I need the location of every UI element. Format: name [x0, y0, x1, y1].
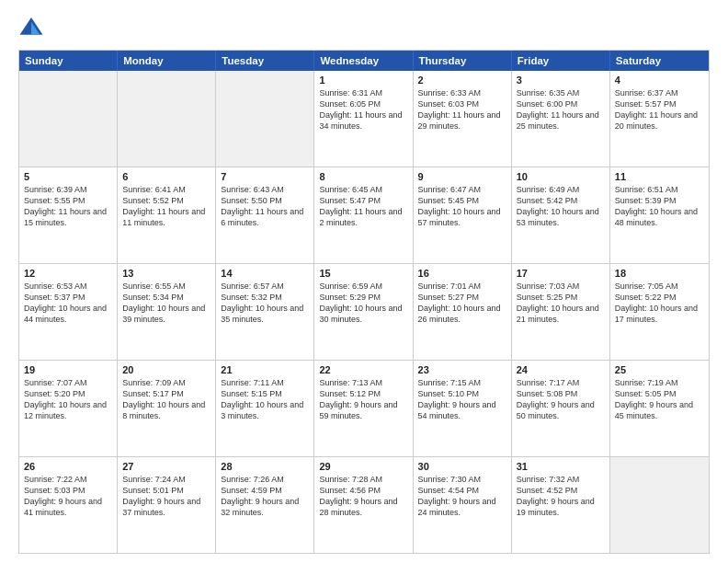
cell-daylight-text: Sunrise: 6:49 AM Sunset: 5:42 PM Dayligh…	[517, 184, 605, 229]
day-number: 18	[615, 268, 704, 279]
day-number: 27	[122, 461, 210, 472]
cell-daylight-text: Sunrise: 7:15 AM Sunset: 5:10 PM Dayligh…	[418, 377, 506, 422]
calendar-cell: 9Sunrise: 6:47 AM Sunset: 5:45 PM Daylig…	[414, 167, 512, 263]
cell-daylight-text: Sunrise: 7:07 AM Sunset: 5:20 PM Dayligh…	[24, 377, 112, 422]
calendar-cell: 25Sunrise: 7:19 AM Sunset: 5:05 PM Dayli…	[610, 361, 709, 456]
logo-icon	[18, 15, 44, 40]
day-number: 24	[517, 364, 605, 375]
day-number: 7	[221, 171, 309, 182]
header-cell-tuesday: Tuesday	[216, 51, 314, 71]
day-number: 16	[418, 268, 506, 279]
calendar-cell	[118, 71, 216, 167]
calendar: SundayMondayTuesdayWednesdayThursdayFrid…	[18, 50, 710, 554]
day-number: 31	[517, 461, 605, 472]
calendar-cell: 7Sunrise: 6:43 AM Sunset: 5:50 PM Daylig…	[216, 167, 314, 263]
cell-daylight-text: Sunrise: 6:51 AM Sunset: 5:39 PM Dayligh…	[615, 184, 704, 229]
cell-daylight-text: Sunrise: 6:37 AM Sunset: 5:57 PM Dayligh…	[615, 87, 704, 132]
day-number: 1	[319, 75, 407, 86]
header-cell-wednesday: Wednesday	[314, 51, 413, 71]
day-number: 2	[418, 75, 506, 86]
cell-daylight-text: Sunrise: 7:28 AM Sunset: 4:56 PM Dayligh…	[319, 474, 407, 519]
cell-daylight-text: Sunrise: 7:17 AM Sunset: 5:08 PM Dayligh…	[517, 377, 605, 422]
calendar-cell: 31Sunrise: 7:32 AM Sunset: 4:52 PM Dayli…	[512, 457, 610, 553]
calendar-cell: 2Sunrise: 6:33 AM Sunset: 6:03 PM Daylig…	[414, 71, 512, 167]
calendar-cell: 19Sunrise: 7:07 AM Sunset: 5:20 PM Dayli…	[19, 361, 118, 456]
calendar-cell: 12Sunrise: 6:53 AM Sunset: 5:37 PM Dayli…	[19, 264, 118, 360]
calendar-row-2: 12Sunrise: 6:53 AM Sunset: 5:37 PM Dayli…	[19, 263, 709, 360]
cell-daylight-text: Sunrise: 6:39 AM Sunset: 5:55 PM Dayligh…	[24, 184, 112, 229]
day-number: 30	[418, 461, 506, 472]
day-number: 3	[517, 75, 605, 86]
day-number: 23	[418, 364, 506, 375]
cell-daylight-text: Sunrise: 7:11 AM Sunset: 5:15 PM Dayligh…	[221, 377, 309, 422]
day-number: 5	[24, 171, 112, 182]
cell-daylight-text: Sunrise: 6:35 AM Sunset: 6:00 PM Dayligh…	[517, 87, 605, 132]
page: SundayMondayTuesdayWednesdayThursdayFrid…	[0, 0, 728, 563]
cell-daylight-text: Sunrise: 7:22 AM Sunset: 5:03 PM Dayligh…	[24, 474, 112, 519]
header-cell-thursday: Thursday	[414, 51, 512, 71]
day-number: 28	[221, 461, 309, 472]
day-number: 17	[517, 268, 605, 279]
calendar-cell: 4Sunrise: 6:37 AM Sunset: 5:57 PM Daylig…	[610, 71, 709, 167]
day-number: 10	[517, 171, 605, 182]
calendar-cell: 30Sunrise: 7:30 AM Sunset: 4:54 PM Dayli…	[414, 457, 512, 553]
day-number: 19	[24, 364, 112, 375]
cell-daylight-text: Sunrise: 7:19 AM Sunset: 5:05 PM Dayligh…	[615, 377, 704, 422]
header	[18, 15, 710, 40]
calendar-cell: 8Sunrise: 6:45 AM Sunset: 5:47 PM Daylig…	[314, 167, 413, 263]
calendar-cell: 28Sunrise: 7:26 AM Sunset: 4:59 PM Dayli…	[216, 457, 314, 553]
cell-daylight-text: Sunrise: 7:01 AM Sunset: 5:27 PM Dayligh…	[418, 281, 506, 326]
cell-daylight-text: Sunrise: 7:26 AM Sunset: 4:59 PM Dayligh…	[221, 474, 309, 519]
cell-daylight-text: Sunrise: 6:41 AM Sunset: 5:52 PM Dayligh…	[122, 184, 210, 229]
day-number: 6	[122, 171, 210, 182]
cell-daylight-text: Sunrise: 6:53 AM Sunset: 5:37 PM Dayligh…	[24, 281, 112, 326]
day-number: 14	[221, 268, 309, 279]
day-number: 21	[221, 364, 309, 375]
cell-daylight-text: Sunrise: 7:13 AM Sunset: 5:12 PM Dayligh…	[319, 377, 407, 422]
calendar-cell: 5Sunrise: 6:39 AM Sunset: 5:55 PM Daylig…	[19, 167, 118, 263]
calendar-cell: 18Sunrise: 7:05 AM Sunset: 5:22 PM Dayli…	[610, 264, 709, 360]
day-number: 26	[24, 461, 112, 472]
calendar-cell: 6Sunrise: 6:41 AM Sunset: 5:52 PM Daylig…	[118, 167, 216, 263]
calendar-cell	[216, 71, 314, 167]
cell-daylight-text: Sunrise: 7:30 AM Sunset: 4:54 PM Dayligh…	[418, 474, 506, 519]
day-number: 22	[319, 364, 407, 375]
cell-daylight-text: Sunrise: 6:43 AM Sunset: 5:50 PM Dayligh…	[221, 184, 309, 229]
day-number: 29	[319, 461, 407, 472]
calendar-cell: 10Sunrise: 6:49 AM Sunset: 5:42 PM Dayli…	[512, 167, 610, 263]
calendar-row-4: 26Sunrise: 7:22 AM Sunset: 5:03 PM Dayli…	[19, 456, 709, 553]
cell-daylight-text: Sunrise: 7:24 AM Sunset: 5:01 PM Dayligh…	[122, 474, 210, 519]
calendar-cell: 16Sunrise: 7:01 AM Sunset: 5:27 PM Dayli…	[414, 264, 512, 360]
calendar-cell: 15Sunrise: 6:59 AM Sunset: 5:29 PM Dayli…	[314, 264, 413, 360]
calendar-cell: 17Sunrise: 7:03 AM Sunset: 5:25 PM Dayli…	[512, 264, 610, 360]
cell-daylight-text: Sunrise: 7:09 AM Sunset: 5:17 PM Dayligh…	[122, 377, 210, 422]
calendar-cell: 23Sunrise: 7:15 AM Sunset: 5:10 PM Dayli…	[414, 361, 512, 456]
logo	[18, 15, 48, 40]
header-cell-friday: Friday	[512, 51, 610, 71]
calendar-cell: 22Sunrise: 7:13 AM Sunset: 5:12 PM Dayli…	[314, 361, 413, 456]
calendar-cell: 13Sunrise: 6:55 AM Sunset: 5:34 PM Dayli…	[118, 264, 216, 360]
day-number: 13	[122, 268, 210, 279]
calendar-row-3: 19Sunrise: 7:07 AM Sunset: 5:20 PM Dayli…	[19, 360, 709, 456]
cell-daylight-text: Sunrise: 6:57 AM Sunset: 5:32 PM Dayligh…	[221, 281, 309, 326]
calendar-cell: 24Sunrise: 7:17 AM Sunset: 5:08 PM Dayli…	[512, 361, 610, 456]
cell-daylight-text: Sunrise: 7:03 AM Sunset: 5:25 PM Dayligh…	[517, 281, 605, 326]
day-number: 8	[319, 171, 407, 182]
cell-daylight-text: Sunrise: 7:32 AM Sunset: 4:52 PM Dayligh…	[517, 474, 605, 519]
calendar-row-0: 1Sunrise: 6:31 AM Sunset: 6:05 PM Daylig…	[19, 71, 709, 167]
cell-daylight-text: Sunrise: 6:31 AM Sunset: 6:05 PM Dayligh…	[319, 87, 407, 132]
cell-daylight-text: Sunrise: 7:05 AM Sunset: 5:22 PM Dayligh…	[615, 281, 704, 326]
calendar-cell: 29Sunrise: 7:28 AM Sunset: 4:56 PM Dayli…	[314, 457, 413, 553]
header-cell-monday: Monday	[118, 51, 216, 71]
calendar-cell: 27Sunrise: 7:24 AM Sunset: 5:01 PM Dayli…	[118, 457, 216, 553]
calendar-body: 1Sunrise: 6:31 AM Sunset: 6:05 PM Daylig…	[19, 71, 709, 553]
day-number: 15	[319, 268, 407, 279]
header-cell-saturday: Saturday	[610, 51, 709, 71]
cell-daylight-text: Sunrise: 6:45 AM Sunset: 5:47 PM Dayligh…	[319, 184, 407, 229]
calendar-header: SundayMondayTuesdayWednesdayThursdayFrid…	[19, 51, 709, 71]
day-number: 4	[615, 75, 704, 86]
cell-daylight-text: Sunrise: 6:59 AM Sunset: 5:29 PM Dayligh…	[319, 281, 407, 326]
calendar-cell: 14Sunrise: 6:57 AM Sunset: 5:32 PM Dayli…	[216, 264, 314, 360]
day-number: 12	[24, 268, 112, 279]
day-number: 25	[615, 364, 704, 375]
